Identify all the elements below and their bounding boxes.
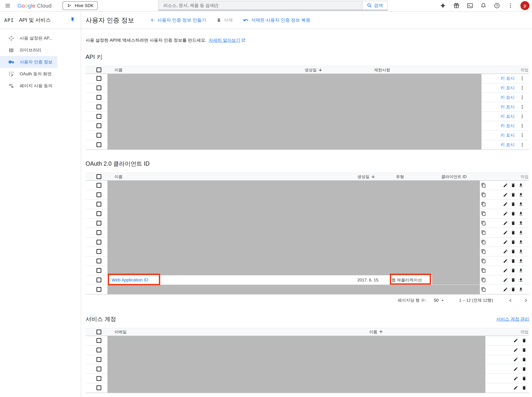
edit-icon[interactable] <box>503 249 508 254</box>
row-checkbox[interactable] <box>97 385 101 390</box>
row-checkbox[interactable] <box>97 338 101 343</box>
row-checkbox[interactable] <box>97 249 101 254</box>
show-key-link[interactable]: 키 표시 <box>500 132 515 138</box>
delete-icon[interactable] <box>522 376 526 381</box>
copy-client-id-icon[interactable] <box>481 221 486 226</box>
delete-icon[interactable] <box>522 338 526 343</box>
delete-icon[interactable] <box>511 240 516 245</box>
project-selector[interactable]: Hive SDK <box>63 1 98 10</box>
column-name[interactable]: 이름 <box>115 173 122 180</box>
copy-client-id-icon[interactable] <box>481 259 486 263</box>
column-restrictions[interactable]: 제한사항 <box>374 66 390 74</box>
column-name[interactable]: 이름 <box>369 328 383 336</box>
download-icon[interactable] <box>519 192 523 197</box>
sidebar-item-library[interactable]: 라이브러리 <box>0 44 57 56</box>
menu-button[interactable] <box>1 0 14 12</box>
row-more-vert-icon[interactable] <box>520 105 525 109</box>
row-checkbox[interactable] <box>97 278 101 282</box>
delete-icon[interactable] <box>511 268 516 273</box>
copy-client-id-icon[interactable] <box>481 268 486 273</box>
row-checkbox[interactable] <box>97 347 101 352</box>
row-checkbox[interactable] <box>97 105 101 109</box>
sidebar-item-oauth-consent[interactable]: OAuth 동의 화면 <box>0 68 57 80</box>
download-icon[interactable] <box>519 287 523 292</box>
show-key-link[interactable]: 키 표시 <box>500 94 515 100</box>
row-checkbox[interactable] <box>97 287 101 292</box>
show-key-link[interactable]: 키 표시 <box>500 85 515 91</box>
delete-icon[interactable] <box>511 183 516 188</box>
download-icon[interactable] <box>519 249 523 254</box>
oauth-client-name-link[interactable]: Web Application ID <box>112 277 148 282</box>
row-checkbox[interactable] <box>97 76 101 81</box>
delete-icon[interactable] <box>511 221 516 226</box>
select-all-checkbox[interactable] <box>97 174 101 179</box>
edit-icon[interactable] <box>503 240 508 245</box>
select-all-checkbox[interactable] <box>97 329 101 334</box>
column-client-id[interactable]: 클라이언트 ID <box>441 173 466 180</box>
download-icon[interactable] <box>519 268 523 273</box>
row-more-vert-icon[interactable] <box>520 76 525 81</box>
prev-page-icon[interactable] <box>507 297 514 304</box>
delete-icon[interactable] <box>511 211 516 216</box>
edit-icon[interactable] <box>503 287 508 292</box>
create-credentials-button[interactable]: 사용자 인증 정보 만들기 <box>150 17 206 23</box>
notifications-bell-icon[interactable] <box>480 2 487 9</box>
row-checkbox[interactable] <box>97 133 101 138</box>
delete-icon[interactable] <box>522 347 526 352</box>
edit-icon[interactable] <box>503 268 508 273</box>
row-checkbox[interactable] <box>97 221 101 226</box>
delete-icon[interactable] <box>522 366 526 371</box>
copy-client-id-icon[interactable] <box>481 278 486 282</box>
next-page-icon[interactable] <box>523 297 529 304</box>
row-checkbox[interactable] <box>97 211 101 216</box>
delete-button[interactable]: 삭제 <box>217 17 233 23</box>
pin-icon[interactable] <box>70 17 75 23</box>
edit-icon[interactable] <box>503 230 508 235</box>
row-more-vert-icon[interactable] <box>520 133 525 138</box>
row-more-vert-icon[interactable] <box>520 86 525 90</box>
gift-icon[interactable] <box>453 2 460 9</box>
edit-icon[interactable] <box>513 347 518 352</box>
sidebar-item-credentials[interactable]: 사용자 인증 정보 <box>0 56 57 68</box>
manage-service-accounts-link[interactable]: 서비스 계정 관리 <box>496 316 529 322</box>
show-key-link[interactable]: 키 표시 <box>500 142 515 148</box>
column-created[interactable]: 생성일 <box>357 173 375 180</box>
column-created[interactable]: 생성일 <box>305 66 322 74</box>
edit-icon[interactable] <box>503 221 508 226</box>
edit-icon[interactable] <box>513 376 518 381</box>
delete-icon[interactable] <box>511 230 516 235</box>
copy-client-id-icon[interactable] <box>481 240 486 245</box>
row-checkbox[interactable] <box>97 142 101 147</box>
row-checkbox[interactable] <box>97 183 101 188</box>
row-checkbox[interactable] <box>97 240 101 245</box>
row-checkbox[interactable] <box>97 114 101 119</box>
edit-icon[interactable] <box>503 278 508 282</box>
column-name[interactable]: 이름 <box>115 66 122 74</box>
sidebar-item-page-consent[interactable]: 페이지 사용 동의 <box>0 80 57 92</box>
restore-credentials-button[interactable]: 삭제된 사용자 인증 정보 복원 <box>243 17 310 23</box>
row-checkbox[interactable] <box>97 376 101 381</box>
sidebar-item-enabled-apis[interactable]: 사용 설정된 AP... <box>0 32 57 44</box>
row-checkbox[interactable] <box>97 86 101 90</box>
edit-icon[interactable] <box>513 338 518 343</box>
row-more-vert-icon[interactable] <box>520 142 525 147</box>
edit-icon[interactable] <box>513 366 518 371</box>
row-more-vert-icon[interactable] <box>520 123 525 128</box>
edit-icon[interactable] <box>513 385 518 390</box>
row-checkbox[interactable] <box>97 95 101 100</box>
cloud-shell-icon[interactable] <box>466 2 473 9</box>
delete-icon[interactable] <box>522 357 526 362</box>
row-checkbox[interactable] <box>97 366 101 371</box>
search-input[interactable]: 리소스, 문서, 제품 등 검색(/) <box>159 1 362 10</box>
column-email[interactable]: 이메일 <box>115 328 127 336</box>
copy-client-id-icon[interactable] <box>481 249 486 254</box>
row-checkbox[interactable] <box>97 268 101 273</box>
download-icon[interactable] <box>519 259 523 263</box>
download-icon[interactable] <box>519 230 523 235</box>
download-icon[interactable] <box>519 202 523 206</box>
copy-client-id-icon[interactable] <box>481 192 486 197</box>
row-checkbox[interactable] <box>97 357 101 362</box>
delete-icon[interactable] <box>511 287 516 292</box>
row-checkbox[interactable] <box>97 230 101 235</box>
delete-icon[interactable] <box>511 278 516 282</box>
